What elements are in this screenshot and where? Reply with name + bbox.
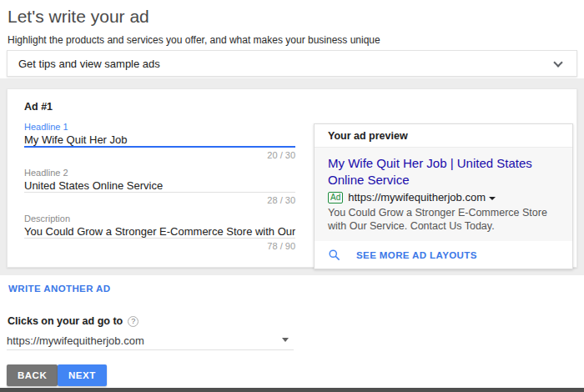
- ad-badge: Ad: [328, 192, 343, 204]
- write-another-ad-link[interactable]: WRITE ANOTHER AD: [8, 284, 110, 294]
- clicks-destination-row: Clicks on your ad go to ?: [8, 315, 138, 327]
- ad-preview-content: My Wife Quit Her Job | United States Onl…: [315, 148, 572, 241]
- headline-2-label: Headline 2: [24, 168, 295, 178]
- bottom-divider-bar: [0, 388, 584, 392]
- chevron-down-icon: [553, 58, 562, 67]
- write-your-ad-page: Let's write your ad Highlight the produc…: [0, 0, 584, 392]
- description-label: Description: [24, 214, 295, 224]
- description-counter: 78 / 90: [24, 241, 295, 251]
- preview-ad-description: You Could Grow a Stronger E-Commerce Sto…: [328, 206, 559, 233]
- clicks-destination-label: Clicks on your ad go to: [8, 315, 123, 327]
- page-title: Let's write your ad: [8, 7, 149, 27]
- back-button[interactable]: BACK: [7, 364, 58, 386]
- page-subtitle: Highlight the products and services you …: [8, 34, 380, 46]
- tips-expansion-panel[interactable]: Get tips and view sample ads: [7, 50, 577, 77]
- ad-preview-card: Your ad preview My Wife Quit Her Job | U…: [314, 123, 573, 269]
- destination-url-value: https://mywifequitherjob.com: [7, 334, 144, 347]
- ad-card: Ad #1 Headline 1 My Wife Quit Her Job 20…: [7, 88, 577, 268]
- description-field: Description You Could Grow a Stronger E-…: [24, 214, 295, 251]
- headline-2-input[interactable]: United States Online Service: [24, 179, 295, 192]
- description-underline: [24, 238, 295, 239]
- headline-1-counter: 20 / 30: [24, 150, 295, 160]
- headline-1-label: Headline 1: [24, 122, 295, 132]
- ad-preview-header: Your ad preview: [315, 124, 572, 148]
- headline-2-field: Headline 2 United States Online Service …: [24, 168, 295, 205]
- destination-url-select[interactable]: https://mywifequitherjob.com: [7, 333, 294, 350]
- caret-down-icon: [489, 197, 496, 200]
- preview-display-url: https://mywifequitherjob.com: [348, 191, 486, 204]
- preview-url-row: Ad https://mywifequitherjob.com: [328, 191, 559, 204]
- help-icon[interactable]: ?: [128, 316, 138, 327]
- search-icon: [328, 249, 340, 261]
- headline-1-underline: [24, 146, 295, 148]
- caret-down-icon: [282, 338, 289, 342]
- headline-2-underline: [24, 192, 295, 193]
- see-more-ad-layouts-link[interactable]: SEE MORE AD LAYOUTS: [315, 241, 572, 269]
- see-more-label: SEE MORE AD LAYOUTS: [356, 250, 477, 260]
- headline-2-counter: 28 / 30: [24, 195, 295, 205]
- ad-card-title: Ad #1: [24, 101, 53, 113]
- headline-1-field: Headline 1 My Wife Quit Her Job 20 / 30: [24, 122, 295, 160]
- preview-ad-headline: My Wife Quit Her Job | United States Onl…: [328, 155, 559, 188]
- headline-1-input[interactable]: My Wife Quit Her Job: [24, 133, 295, 146]
- tips-panel-label: Get tips and view sample ads: [8, 58, 160, 70]
- description-input[interactable]: You Could Grow a Stronger E-Commerce Sto…: [24, 225, 295, 238]
- next-button[interactable]: NEXT: [58, 364, 107, 386]
